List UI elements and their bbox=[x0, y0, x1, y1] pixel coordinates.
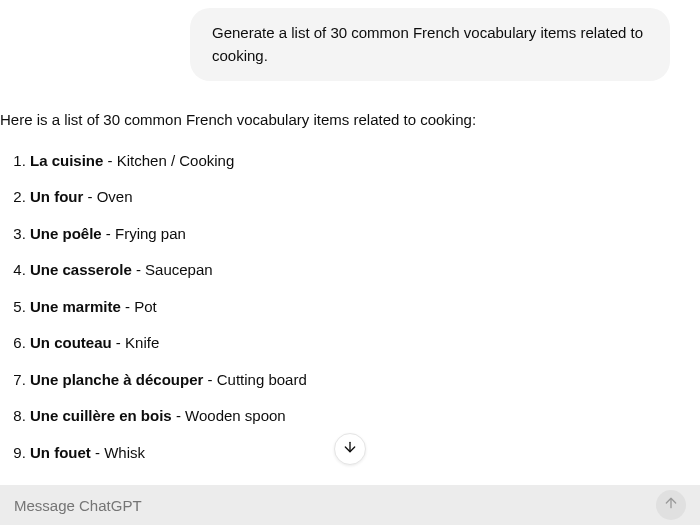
vocab-separator: - bbox=[83, 188, 96, 205]
list-item: Une marmite - Pot bbox=[30, 296, 670, 319]
vocab-term: Une planche à découper bbox=[30, 371, 203, 388]
vocab-term: La cuisine bbox=[30, 152, 103, 169]
arrow-up-icon bbox=[663, 495, 679, 515]
vocab-translation: Cutting board bbox=[217, 371, 307, 388]
vocab-separator: - bbox=[103, 152, 116, 169]
user-message-bubble: Generate a list of 30 common French voca… bbox=[190, 8, 670, 81]
vocab-translation: Knife bbox=[125, 334, 159, 351]
vocab-list: La cuisine - Kitchen / Cooking Un four -… bbox=[0, 150, 670, 465]
list-item: Un four - Oven bbox=[30, 186, 670, 209]
vocab-term: Une casserole bbox=[30, 261, 132, 278]
vocab-translation: Saucepan bbox=[145, 261, 213, 278]
arrow-down-icon bbox=[342, 439, 358, 459]
vocab-translation: Wooden spoon bbox=[185, 407, 286, 424]
user-message-text: Generate a list of 30 common French voca… bbox=[212, 24, 643, 64]
vocab-separator: - bbox=[102, 225, 115, 242]
list-item: Une poêle - Frying pan bbox=[30, 223, 670, 246]
vocab-term: Un four bbox=[30, 188, 83, 205]
list-item: Une planche à découper - Cutting board bbox=[30, 369, 670, 392]
vocab-term: Un fouet bbox=[30, 444, 91, 461]
vocab-separator: - bbox=[91, 444, 104, 461]
vocab-term: Un couteau bbox=[30, 334, 112, 351]
message-input[interactable] bbox=[14, 497, 656, 514]
send-button[interactable] bbox=[656, 490, 686, 520]
assistant-intro: Here is a list of 30 common French vocab… bbox=[0, 109, 670, 132]
vocab-separator: - bbox=[121, 298, 134, 315]
composer-bar bbox=[0, 485, 700, 525]
vocab-separator: - bbox=[203, 371, 216, 388]
vocab-separator: - bbox=[172, 407, 185, 424]
vocab-separator: - bbox=[112, 334, 125, 351]
vocab-separator: - bbox=[132, 261, 145, 278]
vocab-translation: Pot bbox=[134, 298, 157, 315]
list-item: La cuisine - Kitchen / Cooking bbox=[30, 150, 670, 173]
assistant-message: Here is a list of 30 common French vocab… bbox=[0, 101, 700, 464]
vocab-translation: Kitchen / Cooking bbox=[117, 152, 235, 169]
vocab-term: Une poêle bbox=[30, 225, 102, 242]
vocab-term: Une marmite bbox=[30, 298, 121, 315]
user-message-row: Generate a list of 30 common French voca… bbox=[0, 0, 700, 101]
vocab-translation: Whisk bbox=[104, 444, 145, 461]
chat-area: Generate a list of 30 common French voca… bbox=[0, 0, 700, 485]
scroll-to-bottom-button[interactable] bbox=[334, 433, 366, 465]
list-item: Un couteau - Knife bbox=[30, 332, 670, 355]
list-item: Une casserole - Saucepan bbox=[30, 259, 670, 282]
vocab-translation: Oven bbox=[97, 188, 133, 205]
vocab-translation: Frying pan bbox=[115, 225, 186, 242]
vocab-term: Une cuillère en bois bbox=[30, 407, 172, 424]
list-item: Une cuillère en bois - Wooden spoon bbox=[30, 405, 670, 428]
